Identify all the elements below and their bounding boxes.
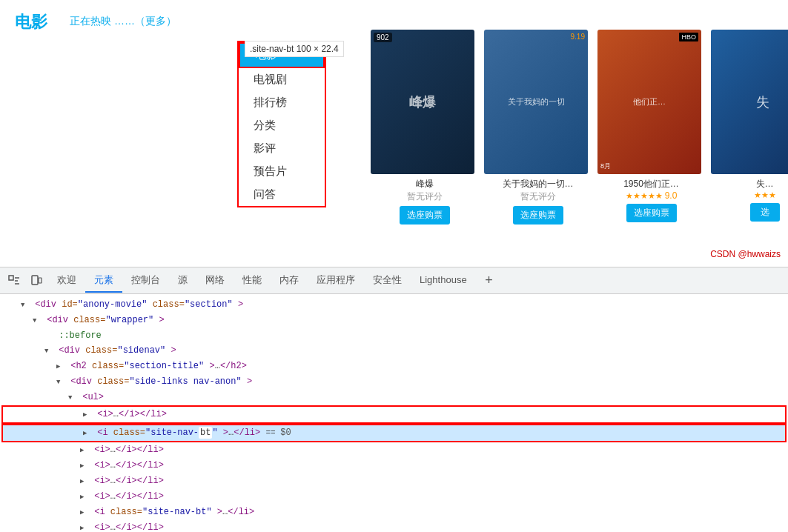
code-line-9-selected[interactable]: <i class="site-nav-bt" >…</li> == $0 [1, 424, 787, 442]
code-line-15: <i>…</i></li> [0, 520, 788, 532]
code-line-4: <div class="sidenav" > [0, 343, 788, 359]
csdn-watermark: CSDN @hwwaizs [710, 249, 781, 259]
tab-sources[interactable]: 源 [169, 269, 196, 293]
movie-poster-1: 峰爆 902 [371, 30, 474, 174]
triangle-15[interactable] [80, 521, 89, 532]
triangle-10[interactable] [80, 443, 89, 457]
code-line-6: <div class="side-links nav-anon" > [0, 374, 788, 390]
menu-item-qa[interactable]: 问答 [239, 183, 325, 206]
tab-performance[interactable]: 性能 [234, 269, 271, 293]
movie-poster-2: 关于我妈的一切 9.19 [484, 30, 588, 174]
tab-security[interactable]: 安全性 [364, 269, 411, 293]
menu-item-rank[interactable]: 排行榜 [239, 91, 325, 114]
movie-poster-3: 他们正… HBO 8月 [597, 30, 701, 174]
movie-score-1: 暂无评分 [371, 190, 478, 203]
buy-btn-2[interactable]: 选座购票 [513, 206, 563, 225]
code-line-7: <ul> [0, 390, 788, 405]
menu-item-tv[interactable]: 电视剧 [239, 68, 325, 91]
device-toolbar-btn[interactable] [26, 270, 47, 291]
movie-card-4: 失 失… ★★★ 选 [711, 30, 788, 227]
menu-item-category[interactable]: 分类 [239, 114, 325, 137]
triangle-9[interactable] [83, 426, 92, 440]
code-line-3: ::before [0, 328, 788, 343]
movie-stars-3: ★★★★★ 9.0 [597, 190, 705, 201]
triangle-7[interactable] [68, 390, 77, 405]
triangle-13[interactable] [80, 490, 89, 504]
code-line-1: <div id="anony-movie" class="section" > [0, 297, 788, 313]
movie-card-1: 峰爆 902 峰爆 暂无评分 选座购票 [371, 30, 478, 227]
code-line-14: <i class="site-nav-bt" >…</li> [0, 505, 788, 520]
code-line-12: <i>…</i></li> [0, 473, 788, 489]
movie-title-2: 关于我妈的一切… [484, 178, 592, 190]
movie-title-3: 1950他们正… [597, 178, 705, 190]
tooltip-text: .site-nav-bt 100 × 22.4 [250, 44, 339, 54]
movie-stars-4: ★★★ [711, 190, 788, 200]
tooltip-box: .site-nav-bt 100 × 22.4 [245, 41, 344, 57]
triangle-4[interactable] [44, 344, 53, 358]
add-tab-btn[interactable]: + [479, 270, 500, 291]
code-line-8-highlighted: <i>…</i></li> [1, 405, 787, 424]
code-line-5: <h2 class="section-title" >…</h2> [0, 359, 788, 374]
menu-item-review[interactable]: 影评 [239, 137, 325, 160]
movie-poster-4: 失 [711, 30, 788, 174]
menu-item-trailer[interactable]: 预告片 [239, 160, 325, 183]
devtools-tabs: 欢迎 元素 控制台 源 网络 性能 内存 应用程序 安全性 Lighthouse… [0, 267, 788, 294]
triangle-8[interactable] [83, 408, 92, 422]
nav-title: 电影 [15, 11, 47, 33]
movie-card-3: 他们正… HBO 8月 1950他们正… ★★★★★ 9.0 选座购票 [597, 30, 705, 227]
svg-rect-2 [39, 278, 42, 283]
triangle-11[interactable] [80, 459, 89, 473]
tab-application[interactable]: 应用程序 [308, 269, 364, 293]
tab-welcome[interactable]: 欢迎 [48, 269, 85, 293]
inspect-element-btn[interactable] [4, 270, 24, 291]
movies-area: 峰爆 902 峰爆 暂无评分 选座购票 关于我妈的一切 9.19 关于我妈的一切… [371, 30, 788, 227]
movie-title-4: 失… [711, 178, 788, 190]
tab-network[interactable]: 网络 [196, 269, 234, 293]
triangle-5[interactable] [56, 359, 65, 373]
movie-card-2: 关于我妈的一切 9.19 关于我妈的一切… 暂无评分 选座购票 [484, 30, 592, 227]
triangle-6[interactable] [56, 375, 65, 389]
tab-console[interactable]: 控制台 [122, 269, 169, 293]
devtools-content[interactable]: <div id="anony-movie" class="section" > … [0, 294, 788, 532]
devtools-section: 欢迎 元素 控制台 源 网络 性能 内存 应用程序 安全性 Lighthouse… [0, 267, 788, 532]
tab-elements[interactable]: 元素 [85, 269, 122, 293]
buy-btn-4[interactable]: 选 [750, 203, 780, 222]
movie-score-num-3: 9.0 [665, 190, 678, 201]
svg-rect-1 [32, 276, 38, 285]
nav-hot: 正在热映 ……（更多） [70, 15, 176, 28]
buy-btn-1[interactable]: 选座购票 [400, 206, 450, 225]
movie-title-1: 峰爆 [371, 178, 478, 190]
code-line-2: <div class="wrapper" > [0, 313, 788, 328]
triangle-12[interactable] [80, 474, 89, 488]
triangle-2[interactable] [33, 313, 42, 327]
svg-rect-0 [9, 276, 13, 280]
buy-btn-3[interactable]: 选座购票 [626, 204, 677, 222]
code-line-11: <i>…</i></li> [0, 458, 788, 473]
tab-lighthouse[interactable]: Lighthouse [411, 270, 476, 291]
poster-hbo-badge: HBO [679, 33, 698, 41]
code-line-13: <i>…</i></li> [0, 489, 788, 505]
triangle-1[interactable] [21, 298, 30, 312]
triangle-14[interactable] [80, 505, 89, 519]
website-section: 电影 正在热映 ……（更多） .site-nav-bt 100 × 22.4 电… [0, 0, 788, 267]
code-line-10: <i>…</i></li> [0, 442, 788, 458]
nav-menu-box: 电影 电视剧 排行榜 分类 影评 预告片 问答 [237, 41, 326, 207]
movie-score-2: 暂无评分 [484, 190, 592, 203]
tab-memory[interactable]: 内存 [271, 269, 308, 293]
